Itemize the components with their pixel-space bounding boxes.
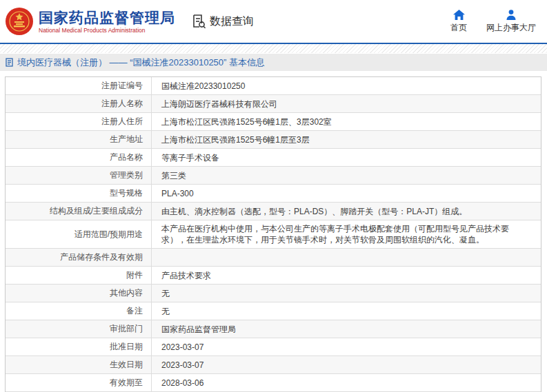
nav-service-hall[interactable]: 网上办事大厅 (486, 10, 536, 34)
row-label-text: 注册人名称 (101, 98, 143, 110)
row-label: 产品储存条件及有效期 (6, 249, 152, 266)
row-label-text: 适用范围/预期用途 (74, 229, 143, 240)
row-label: 备注 (6, 302, 152, 320)
row-label: 附件 (6, 267, 152, 284)
row-label: 管理类别 (6, 167, 152, 184)
agency-name-cn: 国家药品监督管理局 (39, 10, 175, 26)
header-nav: 首页 网上办事大厅 (450, 10, 547, 34)
row-label: 注册证编号 (6, 77, 152, 94)
table-row: 管理类别第三类 (6, 166, 541, 184)
row-value: 上海市松江区民强路1525号6幢1层至3层 (152, 131, 541, 148)
row-value-text: 第三类 (161, 170, 186, 181)
row-value: 上海市松江区民强路1525号6幢1层、3层302室 (152, 113, 541, 130)
nav-home[interactable]: 首页 (450, 10, 467, 34)
row-label: 审批部门 (6, 320, 152, 338)
row-label-text: 产品储存条件及有效期 (60, 251, 143, 263)
nav-service-hall-label: 网上办事大厅 (486, 22, 536, 34)
data-query-label: 数据查询 (210, 14, 254, 29)
table-row: 产品储存条件及有效期 (6, 248, 541, 266)
page-title: 境内医疗器械（注册） —— “国械注准20233010250” 基本信息 (17, 56, 265, 69)
table-row: 生产地址上海市松江区民强路1525号6幢1层至3层 (6, 130, 541, 148)
row-label-text: 生效日期 (110, 359, 143, 371)
row-value: 无 (152, 302, 541, 320)
brand-text: 国家药品监督管理局 National Medical Products Admi… (39, 10, 175, 34)
row-value-text: PLA-300 (161, 188, 194, 199)
row-value-text: 无 (161, 306, 170, 317)
table-row: 附件产品技术要求 (6, 266, 541, 284)
table-row: 注册人住所上海市松江区民强路1525号6幢1层、3层302室 (6, 112, 541, 130)
row-label-text: 审批部门 (110, 323, 143, 335)
national-emblem-logo (6, 8, 33, 35)
row-label-text: 结构及组成/主要组成成分 (50, 205, 143, 217)
row-value: 第三类 (152, 167, 541, 184)
person-icon (506, 10, 517, 20)
table-row: 注册证编号国械注准20233010250 (6, 77, 541, 94)
row-label-text: 生产地址 (110, 134, 143, 145)
info-table: 注册证编号国械注准20233010250注册人名称上海朗迈医疗器械科技有限公司注… (5, 76, 541, 392)
row-label-text: 附件 (126, 269, 143, 281)
row-label-text: 管理类别 (110, 169, 143, 181)
table-row: 注册人名称上海朗迈医疗器械科技有限公司 (6, 94, 541, 112)
row-label-text: 型号规格 (110, 187, 143, 199)
header: 国家药品监督管理局 National Medical Products Admi… (0, 0, 547, 43)
table-row: 产品名称等离子手术设备 (6, 148, 541, 166)
agency-name-en: National Medical Products Administration (39, 27, 175, 34)
row-value-text: 产品技术要求 (161, 270, 211, 281)
row-label: 适用范围/预期用途 (6, 220, 152, 248)
row-label: 结构及组成/主要组成成分 (6, 203, 152, 220)
row-value: 国械注准20233010250 (152, 77, 541, 94)
table-row: 批准日期2023-03-07 (6, 338, 541, 355)
document-icon (6, 58, 13, 67)
row-label: 生产地址 (6, 131, 152, 148)
row-value: 无 (152, 285, 541, 302)
brand: 国家药品监督管理局 National Medical Products Admi… (0, 8, 175, 35)
row-value-text: 2028-03-06 (161, 378, 203, 389)
row-label-text: 注册证编号 (101, 80, 143, 92)
row-value-text: 2023-03-07 (161, 342, 203, 353)
row-label-text: 产品名称 (110, 152, 143, 163)
row-label: 注册人名称 (6, 95, 152, 112)
table-row: 有效期至2028-03-06 (6, 373, 541, 391)
home-icon (453, 10, 465, 20)
row-label: 产品名称 (6, 149, 152, 166)
row-value: PLA-300 (152, 185, 541, 202)
row-label: 其他内容 (6, 285, 152, 302)
table-row: 审批部门国家药品监督管理局 (6, 320, 541, 338)
table-row: 结构及组成/主要组成成分由主机、滴水控制器（选配，型号：PLA-DS）、脚踏开关… (6, 202, 541, 220)
row-label: 型号规格 (6, 185, 152, 202)
row-label: 生效日期 (6, 356, 152, 373)
table-row: 型号规格PLA-300 (6, 184, 541, 202)
row-value-text: 国家药品监督管理局 (161, 324, 236, 335)
document-search-icon (192, 14, 206, 29)
row-value-text: 等离子手术设备 (161, 152, 219, 163)
row-value-text: 由主机、滴水控制器（选配，型号：PLA-DS）、脚踏开关（型号：PLA-JT）组… (161, 206, 467, 217)
table-row: 适用范围/预期用途本产品在医疗机构中使用，与本公司生产的等离子手术电极配套使用（… (6, 220, 541, 248)
table-row: 生效日期2023-03-07 (6, 355, 541, 373)
row-label-text: 备注 (126, 305, 143, 317)
row-label-text: 其他内容 (110, 287, 143, 299)
row-value: 上海朗迈医疗器械科技有限公司 (152, 95, 541, 112)
row-value: 等离子手术设备 (152, 149, 541, 166)
row-value: 2028-03-06 (152, 374, 541, 391)
row-label: 注册人住所 (6, 113, 152, 130)
title-bar: 境内医疗器械（注册） —— “国械注准20233010250” 基本信息 (0, 54, 547, 71)
hatch-band (0, 44, 547, 53)
row-value-text: 2023-03-07 (161, 360, 203, 371)
table-row: 备注无 (6, 302, 541, 320)
row-value-text: 上海朗迈医疗器械科技有限公司 (161, 99, 277, 110)
row-value-text: 上海市松江区民强路1525号6幢1层、3层302室 (161, 116, 332, 127)
row-value (152, 249, 541, 266)
row-value-text: 上海市松江区民强路1525号6幢1层至3层 (161, 134, 310, 145)
row-value: 2023-03-07 (152, 338, 541, 355)
row-label: 批准日期 (6, 338, 152, 355)
row-value: 产品技术要求 (152, 267, 541, 284)
row-value-text: 国械注准20233010250 (161, 81, 245, 92)
row-label-text: 注册人住所 (101, 116, 143, 127)
table-row: 其他内容无 (6, 284, 541, 302)
row-label-text: 批准日期 (110, 341, 143, 353)
row-label: 有效期至 (6, 374, 152, 391)
data-query-link[interactable]: 数据查询 (192, 14, 254, 29)
row-value: 本产品在医疗机构中使用，与本公司生产的等离子手术电极配套使用（可配用型号见产品技… (152, 220, 541, 248)
row-value-text: 无 (161, 288, 170, 299)
row-label-text: 有效期至 (110, 377, 143, 389)
